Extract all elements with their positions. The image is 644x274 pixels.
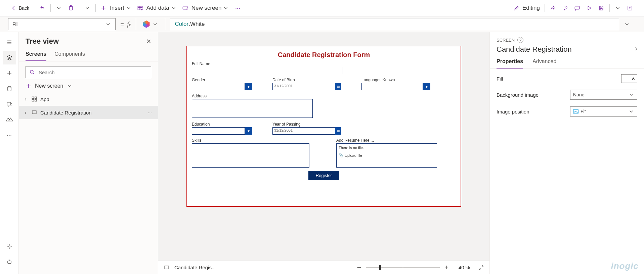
upload-file-text: Upload file <box>345 153 362 157</box>
zoom-out-button[interactable]: − <box>357 263 361 272</box>
prop-bg-image-value: None <box>573 92 584 97</box>
virtual-agent-rail-button[interactable] <box>3 255 16 269</box>
formula-token-type: Color <box>175 21 189 28</box>
combo-languages[interactable]: ▼ <box>361 83 430 90</box>
help-icon[interactable]: ? <box>517 37 523 43</box>
zoom-value: 40 % <box>453 265 470 270</box>
editing-button[interactable]: Editing <box>511 0 543 16</box>
register-button[interactable]: Register <box>308 171 339 180</box>
media-rail-button[interactable] <box>3 97 16 111</box>
label-yop: Year of Passing <box>272 122 341 127</box>
tree-item-more-button[interactable]: ··· <box>146 110 154 115</box>
upload-resume[interactable]: There is no file. 📎 Upload file <box>336 143 437 168</box>
tab-advanced[interactable]: Advanced <box>532 56 556 68</box>
svg-point-15 <box>30 70 33 73</box>
svg-rect-22 <box>573 110 578 113</box>
prop-fill-swatch[interactable] <box>621 74 637 83</box>
separator <box>165 18 165 30</box>
add-data-button[interactable]: Add data <box>134 0 179 16</box>
textarea-skills[interactable] <box>192 143 309 168</box>
caret-icon: › <box>23 110 28 115</box>
formula-input[interactable]: Color.White <box>170 18 619 30</box>
svg-rect-21 <box>165 266 169 269</box>
paint-icon <box>631 76 636 81</box>
svg-rect-16 <box>32 97 34 98</box>
svg-rect-10 <box>7 102 11 105</box>
copilot-icon <box>143 20 150 28</box>
tree-item-candidate-registration[interactable]: › Candidate Registration ··· <box>19 106 158 119</box>
flows-rail-button[interactable] <box>3 113 16 126</box>
svg-point-9 <box>7 86 11 88</box>
settings-rail-button[interactable] <box>3 240 16 253</box>
more-rail-button[interactable]: ··· <box>3 128 16 142</box>
svg-point-11 <box>8 246 10 247</box>
publish-button[interactable] <box>624 2 636 14</box>
paste-button[interactable] <box>65 2 77 14</box>
data-rail-button[interactable] <box>3 82 16 95</box>
comments-button[interactable] <box>571 2 583 14</box>
tree-search-input[interactable] <box>39 70 147 75</box>
tab-components[interactable]: Components <box>54 49 85 61</box>
separator <box>95 4 96 12</box>
separator <box>79 4 79 12</box>
chevron-down-icon <box>628 108 634 115</box>
zoom-in-button[interactable]: + <box>444 264 448 271</box>
prop-img-pos-select[interactable]: Fit <box>570 106 637 117</box>
screen-frame[interactable]: Candidate Registration Form Full Name Ge… <box>186 46 461 207</box>
separator <box>50 4 51 12</box>
panel-expand-button[interactable] <box>633 46 639 52</box>
tree-item-label: App <box>40 96 154 102</box>
tree-item-app[interactable]: › App <box>19 92 158 106</box>
insert-rail-button[interactable] <box>3 66 16 80</box>
undo-button[interactable] <box>36 2 48 14</box>
hamburger-button[interactable] <box>3 36 16 49</box>
tab-properties[interactable]: Properties <box>497 56 523 68</box>
more-button[interactable]: ··· <box>231 2 244 14</box>
props-title: Candidate Registration <box>497 45 637 54</box>
combo-education[interactable]: ▼ <box>192 127 252 135</box>
save-chevron[interactable] <box>612 2 624 14</box>
svg-rect-18 <box>32 100 34 101</box>
formula-expand-button[interactable] <box>624 21 636 27</box>
svg-rect-7 <box>575 6 579 9</box>
tree-list: › App › Candidate Registration ··· <box>19 92 158 274</box>
paste-chevron[interactable] <box>81 2 93 14</box>
save-button[interactable] <box>595 2 607 14</box>
separator <box>609 4 610 12</box>
formula-bar: Fill = fx Color.White <box>0 16 644 32</box>
zoom-slider[interactable] <box>366 267 440 268</box>
date-yop[interactable]: 31/12/2001▦ <box>272 127 341 135</box>
label-skills: Skills <box>192 138 309 143</box>
label-resume: Add Resume Here.... <box>336 138 437 143</box>
editing-label: Editing <box>522 5 540 11</box>
prop-bg-image-select[interactable]: None <box>570 90 637 100</box>
canvas-viewport[interactable]: Candidate Registration Form Full Name Ge… <box>158 32 489 261</box>
fit-to-screen-button[interactable] <box>478 265 484 271</box>
tree-new-screen-button[interactable]: New screen <box>19 82 158 92</box>
label-full-name: Full Name <box>192 61 456 66</box>
textarea-address[interactable] <box>192 99 313 118</box>
watermark: inogic <box>611 261 639 271</box>
insert-button[interactable]: Insert <box>98 0 134 16</box>
tree-view-button[interactable] <box>3 51 16 64</box>
play-button[interactable] <box>583 2 595 14</box>
undo-chevron[interactable] <box>53 2 65 14</box>
footer-screen-name[interactable]: Candidate Regis... <box>174 265 216 270</box>
footer-screen-icon <box>164 265 170 271</box>
share-button[interactable] <box>547 2 559 14</box>
tab-screens[interactable]: Screens <box>26 49 46 61</box>
svg-point-6 <box>565 7 565 8</box>
back-button[interactable]: Back <box>8 0 32 16</box>
copilot-button[interactable] <box>141 20 160 28</box>
tree-close-button[interactable]: ✕ <box>146 38 151 45</box>
equals-icon: = <box>120 21 124 28</box>
chevron-down-icon: ▼ <box>423 83 430 90</box>
new-screen-button[interactable]: New screen <box>179 0 232 16</box>
tree-search[interactable] <box>26 66 151 78</box>
svg-point-13 <box>8 262 9 263</box>
input-full-name[interactable] <box>192 67 343 74</box>
date-dob[interactable]: 31/12/2001▦ <box>272 83 341 90</box>
property-selector[interactable]: Fill <box>8 18 116 30</box>
combo-gender[interactable]: ▼ <box>192 83 252 90</box>
checker-button[interactable] <box>559 2 571 14</box>
